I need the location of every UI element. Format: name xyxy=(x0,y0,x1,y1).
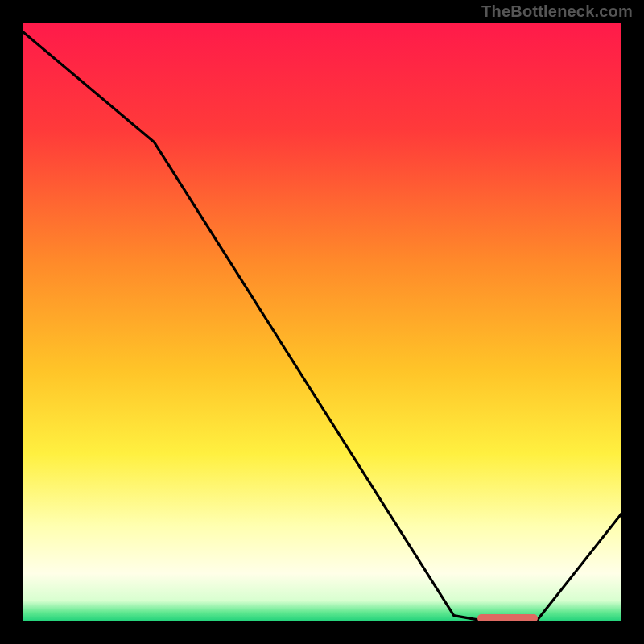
watermark-text: TheBottleneck.com xyxy=(481,2,633,21)
chart-container: TheBottleneck.com xyxy=(0,0,644,644)
optimal-range-marker xyxy=(477,614,537,621)
plot-area xyxy=(23,23,621,621)
bottleneck-curve xyxy=(23,31,621,620)
line-layer xyxy=(23,23,621,621)
